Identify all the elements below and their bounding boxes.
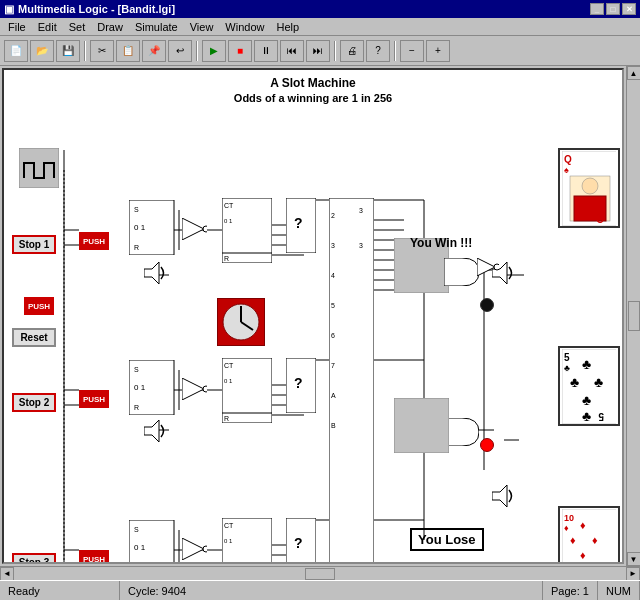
svg-text:3: 3 xyxy=(359,207,363,214)
step-fwd-button[interactable]: ⏭ xyxy=(306,40,330,62)
close-button[interactable]: ✕ xyxy=(622,3,636,15)
svg-text:♣: ♣ xyxy=(582,356,591,372)
svg-text:♣: ♣ xyxy=(564,363,570,373)
stop-sim-button[interactable]: ■ xyxy=(228,40,252,62)
menu-bar: File Edit Set Draw Simulate View Window … xyxy=(0,18,640,36)
scroll-left-button[interactable]: ◄ xyxy=(0,567,14,581)
reset-button[interactable]: Reset xyxy=(12,328,56,347)
status-page: Page: 1 xyxy=(543,581,598,600)
led-red-lose xyxy=(480,438,494,452)
scroll-down-button[interactable]: ▼ xyxy=(627,552,641,566)
svg-text:5: 5 xyxy=(331,302,335,309)
pause-button[interactable]: ⏸ xyxy=(254,40,278,62)
svg-text:♣: ♣ xyxy=(582,392,591,408)
zoom-out-button[interactable]: − xyxy=(400,40,424,62)
menu-help[interactable]: Help xyxy=(270,20,305,34)
svg-text:5: 5 xyxy=(598,411,604,422)
push3-button[interactable]: PUSH xyxy=(79,390,109,408)
svg-text:6: 6 xyxy=(331,332,335,339)
svg-text:3: 3 xyxy=(359,242,363,249)
svg-text:♠: ♠ xyxy=(564,165,569,175)
svg-text:Q: Q xyxy=(564,154,572,165)
svg-text:0 1: 0 1 xyxy=(134,383,146,392)
svg-text:R: R xyxy=(134,244,139,251)
menu-draw[interactable]: Draw xyxy=(91,20,129,34)
svg-text:♦: ♦ xyxy=(570,561,576,565)
maximize-button[interactable]: □ xyxy=(606,3,620,15)
cut-button[interactable]: ✂ xyxy=(90,40,114,62)
svg-point-117 xyxy=(582,178,598,194)
menu-view[interactable]: View xyxy=(184,20,220,34)
svg-text:4: 4 xyxy=(331,272,335,279)
save-button[interactable]: 💾 xyxy=(56,40,80,62)
stop2-button[interactable]: Stop 2 xyxy=(12,393,56,412)
menu-window[interactable]: Window xyxy=(219,20,270,34)
svg-text:S: S xyxy=(134,526,139,533)
svg-text:0 1: 0 1 xyxy=(134,223,146,232)
play-button[interactable]: ▶ xyxy=(202,40,226,62)
svg-text:CT: CT xyxy=(224,202,234,209)
svg-text:♦: ♦ xyxy=(580,549,586,561)
push1-button[interactable]: PUSH xyxy=(79,232,109,250)
help-button[interactable]: ? xyxy=(366,40,390,62)
paste-button[interactable]: 📌 xyxy=(142,40,166,62)
svg-point-91 xyxy=(203,546,207,552)
svg-text:?: ? xyxy=(294,535,303,551)
svg-text:♦: ♦ xyxy=(570,534,576,546)
step-back-button[interactable]: ⏮ xyxy=(280,40,304,62)
svg-marker-100 xyxy=(144,262,159,284)
win-label: You Win !!! xyxy=(410,236,472,250)
menu-edit[interactable]: Edit xyxy=(32,20,63,34)
svg-text:CT: CT xyxy=(224,522,234,529)
svg-text:CT: CT xyxy=(224,362,234,369)
svg-point-54 xyxy=(203,226,207,232)
stop3-button[interactable]: Stop 3 xyxy=(12,553,56,564)
card-queen: Q ♠ Q xyxy=(558,148,620,228)
menu-simulate[interactable]: Simulate xyxy=(129,20,184,34)
svg-marker-104 xyxy=(492,485,507,507)
svg-point-78 xyxy=(203,386,207,392)
lose-label: You Lose xyxy=(410,528,484,551)
scroll-up-button[interactable]: ▲ xyxy=(627,66,641,80)
scrollbar-horizontal[interactable]: ◄ ► xyxy=(0,566,640,580)
svg-marker-77 xyxy=(182,378,204,400)
scroll-right-button[interactable]: ► xyxy=(626,567,640,581)
svg-text:0 1: 0 1 xyxy=(134,543,146,552)
title-text: Multimedia Logic - [Bandit.lgi] xyxy=(18,3,175,15)
main-area: A Slot Machine Odds of a winning are 1 i… xyxy=(0,66,640,580)
svg-text:2: 2 xyxy=(331,212,335,219)
open-button[interactable]: 📂 xyxy=(30,40,54,62)
copy-button[interactable]: 📋 xyxy=(116,40,140,62)
menu-set[interactable]: Set xyxy=(63,20,92,34)
toolbar: 📄 📂 💾 ✂ 📋 📌 ↩ ▶ ■ ⏸ ⏮ ⏭ 🖨 ? − + xyxy=(0,36,640,66)
svg-text:♦: ♦ xyxy=(580,519,586,531)
svg-text:0 1: 0 1 xyxy=(224,218,233,224)
undo-button[interactable]: ↩ xyxy=(168,40,192,62)
svg-text:S: S xyxy=(134,366,139,373)
svg-text:?: ? xyxy=(294,215,303,231)
svg-text:?: ? xyxy=(294,375,303,391)
svg-rect-110 xyxy=(394,398,449,453)
push2-reset-button[interactable]: PUSH xyxy=(24,297,54,315)
svg-text:R: R xyxy=(134,404,139,411)
stop1-button[interactable]: Stop 1 xyxy=(12,235,56,254)
svg-text:R: R xyxy=(224,415,229,422)
svg-text:A: A xyxy=(331,392,336,399)
menu-file[interactable]: File xyxy=(2,20,32,34)
print-button[interactable]: 🖨 xyxy=(340,40,364,62)
svg-text:♣: ♣ xyxy=(594,374,603,390)
svg-text:R: R xyxy=(224,255,229,262)
svg-text:0 1: 0 1 xyxy=(224,538,233,544)
scrollbar-vertical[interactable]: ▲ ▼ xyxy=(626,66,640,566)
push4-button[interactable]: PUSH xyxy=(79,550,109,564)
canvas-area: A Slot Machine Odds of a winning are 1 i… xyxy=(2,68,624,564)
new-button[interactable]: 📄 xyxy=(4,40,28,62)
svg-text:7: 7 xyxy=(331,362,335,369)
svg-text:Q: Q xyxy=(596,213,604,224)
zoom-in-button[interactable]: + xyxy=(426,40,450,62)
svg-text:♦: ♦ xyxy=(592,561,598,565)
card-ten-diamonds: 10 ♦ ♦ ♦ ♦ ♦ ♦ ♦ 10 xyxy=(558,506,620,564)
status-ready: Ready xyxy=(0,581,120,600)
svg-point-112 xyxy=(494,264,499,270)
minimize-button[interactable]: _ xyxy=(590,3,604,15)
